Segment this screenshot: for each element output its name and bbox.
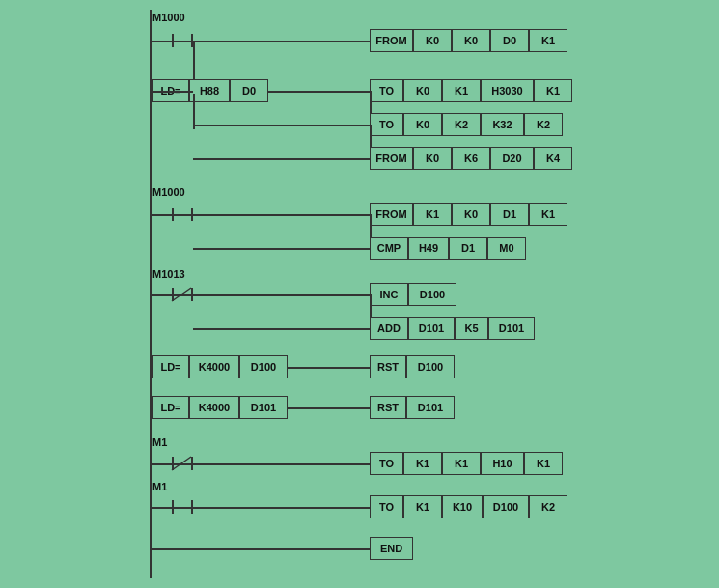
instr-RST-10: RST	[370, 396, 406, 419]
instr-K0-1b: K0	[452, 29, 490, 52]
instr-END: END	[370, 537, 413, 560]
wire-h-row4	[193, 158, 370, 160]
instr-FROM-4: FROM	[370, 147, 413, 170]
label-m1000-row5: M1000	[152, 186, 185, 198]
instr-LD=-10: LD=	[152, 396, 189, 419]
instr-K0-4a: K0	[413, 147, 452, 170]
instr-D1-6: D1	[449, 237, 487, 260]
wire	[193, 214, 370, 216]
instr-FROM-1: FROM	[370, 29, 413, 52]
instr-D100-inc: D100	[408, 283, 456, 306]
instr-D101-rst10: D101	[406, 396, 455, 419]
wire	[193, 294, 370, 296]
instr-K0-3a: K0	[403, 113, 442, 136]
instr-K1-2c: K1	[534, 79, 572, 102]
instr-K1-5a: K1	[413, 203, 452, 226]
wire-h-row9	[288, 367, 370, 369]
instr-D100-rst9: D100	[406, 355, 455, 378]
instr-H3030: H3030	[481, 79, 534, 102]
instr-TO-11: TO	[370, 452, 403, 475]
instr-K2-3c: K2	[524, 113, 563, 136]
wire	[268, 91, 370, 93]
instr-H10: H10	[481, 452, 524, 475]
instr-K0-1a: K0	[413, 29, 452, 52]
instr-K4000-9a: K4000	[189, 355, 239, 378]
instr-ADD: ADD	[370, 317, 408, 340]
instr-D0-1: D0	[490, 29, 529, 52]
instr-K1-12a: K1	[403, 495, 442, 518]
instr-K6: K6	[452, 147, 490, 170]
instr-D100-12: D100	[483, 495, 529, 518]
instr-D20: D20	[490, 147, 534, 170]
instr-K2-3b: K2	[442, 113, 481, 136]
instr-INC: INC	[370, 283, 408, 306]
instr-M0: M0	[487, 237, 526, 260]
instr-K1-5c: K1	[529, 203, 567, 226]
instr-CMP: CMP	[370, 237, 408, 260]
instr-K4000-10a: K4000	[189, 396, 239, 419]
wire-h-row3	[193, 125, 370, 126]
wire	[151, 214, 172, 216]
instr-H49: H49	[408, 237, 449, 260]
instr-K2-12: K2	[529, 495, 567, 518]
instr-D0-ld: D0	[230, 79, 268, 102]
instr-K0-5b: K0	[452, 203, 490, 226]
wire	[151, 507, 172, 509]
wire-v-ld	[193, 94, 195, 129]
wire	[193, 41, 370, 42]
instr-D101-b: D101	[488, 317, 535, 340]
wire	[172, 214, 191, 216]
instr-K1-11a: K1	[403, 452, 442, 475]
ladder-diagram: M1000 FROM K0 K0 D0 K1 LD= H88 D0 TO K0 …	[0, 0, 719, 588]
instr-TO-2: TO	[370, 79, 403, 102]
instr-RST-9: RST	[370, 355, 406, 378]
instr-D100-9: D100	[239, 355, 288, 378]
nc-slash	[168, 286, 195, 303]
instr-K0-2a: K0	[403, 79, 442, 102]
instr-K1-11b: K1	[442, 452, 481, 475]
instr-K1-2b: K1	[442, 79, 481, 102]
label-m1-row11: M1	[152, 436, 167, 448]
instr-K1-11c: K1	[524, 452, 563, 475]
label-m1000-row1: M1000	[152, 12, 185, 23]
instr-D101-10: D101	[239, 396, 288, 419]
instr-LD=-9: LD=	[152, 355, 189, 378]
wire	[151, 41, 172, 42]
wire-h-row11	[193, 463, 370, 465]
svg-line-0	[172, 288, 191, 301]
instr-TO-3: TO	[370, 113, 403, 136]
wire-h-row10	[288, 407, 370, 409]
instr-H88: H88	[189, 79, 230, 102]
wire	[172, 507, 191, 509]
label-m1-row12: M1	[152, 481, 167, 492]
instr-K10: K10	[442, 495, 483, 518]
instr-K4: K4	[534, 147, 572, 170]
wire-rail-row9	[151, 367, 152, 369]
instr-D1-5: D1	[490, 203, 529, 226]
wire-h-end	[151, 548, 370, 550]
wire-h-row12	[193, 507, 370, 509]
wire-rail-row10	[151, 407, 152, 409]
instr-FROM-5: FROM	[370, 203, 413, 226]
instr-TO-12: TO	[370, 495, 403, 518]
wire-h-row6	[193, 248, 370, 250]
svg-line-1	[172, 457, 191, 470]
wire-h-ld	[151, 91, 193, 93]
wire-h-row8	[193, 328, 370, 330]
instr-K5: K5	[455, 317, 488, 340]
label-m1013: M1013	[152, 268, 185, 280]
instr-K1-1: K1	[529, 29, 567, 52]
instr-D101-a: D101	[408, 317, 455, 340]
nc-slash-11	[168, 455, 195, 472]
instr-K32: K32	[481, 113, 524, 136]
wire	[172, 41, 191, 42]
